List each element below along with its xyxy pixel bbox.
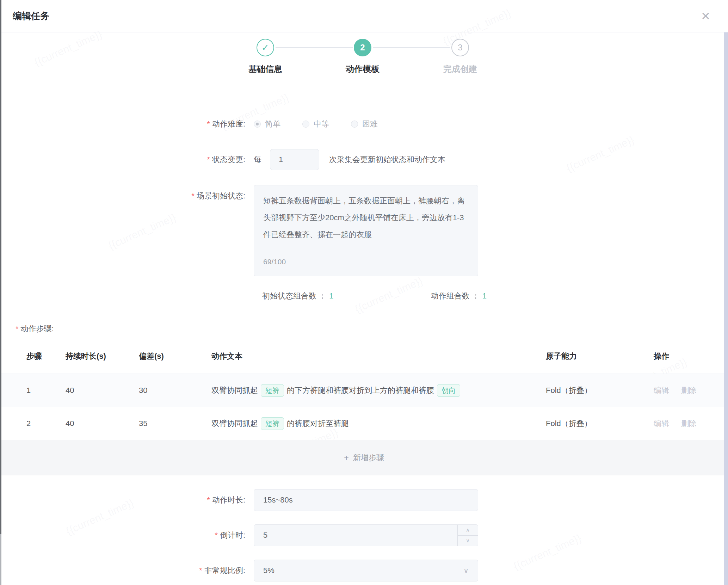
required-mark: * xyxy=(215,531,218,540)
edit-link[interactable]: 编辑 xyxy=(654,386,669,395)
step-3-label: 完成创建 xyxy=(418,63,502,75)
step-1-label: 基础信息 xyxy=(223,63,308,75)
cell-action-text: 双臂协同抓起短裤的裤腰对折至裤腿 xyxy=(211,417,546,430)
chevron-up-icon: ∧ xyxy=(466,527,470,533)
delete-link[interactable]: 删除 xyxy=(681,419,697,428)
table-header: 步骤 持续时长(s) 偏差(s) 动作文本 原子能力 操作 xyxy=(0,339,728,374)
step-wizard: ✓ 基础信息 2 动作模板 3 完成创建 xyxy=(0,32,728,85)
radio-easy-label: 简单 xyxy=(265,119,280,129)
radio-medium-label: 中等 xyxy=(314,119,329,129)
cell-step: 2 xyxy=(26,419,66,428)
delete-link[interactable]: 删除 xyxy=(681,386,697,395)
initial-combo-value[interactable]: 1 xyxy=(329,291,333,300)
initial-state-text: 短裤五条数据背面朝上，五条数据正面朝上，裤腰朝右，离头部视野下方至少20cm之外… xyxy=(263,192,469,243)
cell-step: 1 xyxy=(26,386,66,395)
step-connector xyxy=(276,47,353,48)
duration-row: *动作时长: 15s~80s xyxy=(0,489,728,511)
initial-state-textarea[interactable]: 短裤五条数据背面朝上，五条数据正面朝上，裤腰朝右，离头部视野下方至少20cm之外… xyxy=(254,185,478,276)
step-3-number: 3 xyxy=(458,43,462,53)
radio-medium[interactable]: 中等 xyxy=(302,119,329,129)
duration-input[interactable]: 15s~80s xyxy=(254,489,478,511)
difficulty-row: *动作难度: 简单 中等 困难 xyxy=(0,116,728,132)
close-icon[interactable]: ✕ xyxy=(701,11,710,22)
add-step-button[interactable]: + 新增步骤 xyxy=(0,440,728,475)
countdown-input[interactable]: 5 ∧ ∨ xyxy=(254,524,478,546)
step-2-number: 2 xyxy=(360,43,365,53)
edit-task-modal: {{current_time}} {{current_time}} {{curr… xyxy=(0,0,728,585)
number-spinner: ∧ ∨ xyxy=(457,525,478,546)
object-tag: 短裤 xyxy=(261,417,284,430)
cell-ability: Fold（折叠） xyxy=(546,385,654,396)
col-step: 步骤 xyxy=(26,351,66,362)
required-mark: * xyxy=(207,119,210,128)
countdown-label: *倒计时: xyxy=(0,530,245,541)
object-tag: 短裤 xyxy=(261,384,284,397)
check-icon: ✓ xyxy=(261,42,269,53)
difficulty-label: *动作难度: xyxy=(0,119,245,129)
cell-action-text: 双臂协同抓起短裤的下方裤腿和裤腰对折到上方的裤腿和裤腰朝向 xyxy=(211,384,546,397)
spinner-up-button[interactable]: ∧ xyxy=(458,525,478,535)
radio-easy[interactable]: 简单 xyxy=(254,119,280,129)
radio-icon xyxy=(351,121,358,128)
spinner-down-button[interactable]: ∨ xyxy=(458,535,478,546)
modal-header: 编辑任务 ✕ xyxy=(0,0,728,32)
cell-duration: 40 xyxy=(66,419,139,428)
cell-deviation: 30 xyxy=(139,386,211,395)
state-change-row: *状态变更: 每 1 次采集会更新初始状态和动作文本 xyxy=(0,149,728,170)
initial-state-label: *场景初始状态: xyxy=(0,185,245,201)
action-combo-count: 动作组合数 ：1 xyxy=(431,291,487,301)
plus-icon: + xyxy=(344,453,349,463)
duration-label: *动作时长: xyxy=(0,495,245,505)
state-change-label: *状态变更: xyxy=(0,154,245,165)
action-steps-table: 步骤 持续时长(s) 偏差(s) 动作文本 原子能力 操作 1 40 30 双臂… xyxy=(0,339,728,475)
cell-deviation: 35 xyxy=(139,419,211,428)
col-operations: 操作 xyxy=(654,351,714,362)
modal-title: 编辑任务 xyxy=(13,10,49,22)
state-change-suffix: 次采集会更新初始状态和动作文本 xyxy=(329,154,445,165)
cell-operations: 编辑删除 xyxy=(654,385,714,396)
col-duration: 持续时长(s) xyxy=(66,351,139,362)
step-1-circle: ✓ xyxy=(257,39,274,56)
required-mark: * xyxy=(207,155,210,164)
action-combo-value[interactable]: 1 xyxy=(482,291,487,300)
unusual-ratio-value: 5% xyxy=(263,566,274,575)
step-2-label: 动作模板 xyxy=(320,63,405,75)
cell-ability: Fold（折叠） xyxy=(546,418,654,429)
step-3-circle: 3 xyxy=(451,39,469,56)
orientation-tag: 朝向 xyxy=(437,384,460,397)
col-ability: 原子能力 xyxy=(546,351,654,362)
col-deviation: 偏差(s) xyxy=(139,351,211,362)
state-change-input[interactable]: 1 xyxy=(270,149,319,170)
required-mark: * xyxy=(199,566,202,575)
chevron-down-icon: ∨ xyxy=(466,537,470,544)
radio-hard[interactable]: 困难 xyxy=(351,119,378,129)
char-counter: 69/100 xyxy=(263,253,286,270)
unusual-ratio-select[interactable]: 5% ∨ xyxy=(254,560,478,581)
page-edge-left xyxy=(0,0,1,534)
duration-value: 15s~80s xyxy=(263,495,293,505)
table-row: 2 40 35 双臂协同抓起短裤的裤腰对折至裤腿 Fold（折叠） 编辑删除 xyxy=(0,407,728,440)
page-edge-left-lower xyxy=(0,534,1,585)
radio-icon xyxy=(254,121,261,128)
initial-combo-count: 初始状态组合数 ：1 xyxy=(262,291,333,301)
unusual-ratio-label: *非常规比例: xyxy=(0,565,245,576)
countdown-row: *倒计时: 5 ∧ ∨ xyxy=(0,524,728,546)
cell-operations: 编辑删除 xyxy=(654,418,714,429)
state-change-prefix: 每 xyxy=(254,154,261,165)
action-steps-section-label: *动作步骤: xyxy=(0,322,728,336)
combo-row: 初始状态组合数 ：1 动作组合数 ：1 xyxy=(0,289,728,303)
radio-hard-label: 困难 xyxy=(362,119,378,129)
select-chevron-down-icon: ∨ xyxy=(463,560,469,581)
required-mark: * xyxy=(16,324,19,333)
step-connector xyxy=(373,47,450,48)
required-mark: * xyxy=(191,191,195,200)
cell-duration: 40 xyxy=(66,386,139,395)
step-2-circle: 2 xyxy=(354,39,371,56)
initial-state-row: *场景初始状态: 短裤五条数据背面朝上，五条数据正面朝上，裤腰朝右，离头部视野下… xyxy=(0,185,728,276)
page-edge-right-scrollbar[interactable] xyxy=(724,32,728,585)
radio-icon xyxy=(302,121,309,128)
required-mark: * xyxy=(207,495,210,504)
add-step-label: 新增步骤 xyxy=(353,452,384,463)
unusual-ratio-row: *非常规比例: 5% ∨ xyxy=(0,560,728,581)
edit-link[interactable]: 编辑 xyxy=(654,419,669,428)
